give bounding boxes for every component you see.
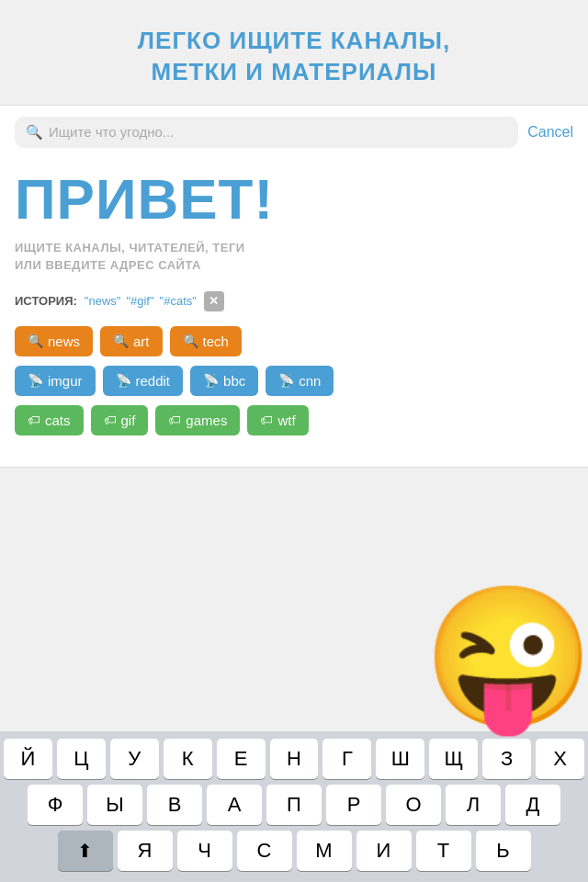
search-bar-row: 🔍 Ищите что угодно... Cancel [15, 117, 573, 148]
clear-icon: ✕ [209, 295, 219, 307]
privet-subtitle: ИЩИТЕ КАНАЛЫ, ЧИТАТЕЛЕЙ, ТЕГИИЛИ ВВЕДИТЕ… [15, 239, 573, 275]
key-Л[interactable]: Л [446, 785, 501, 825]
antenna-chip-icon: 📡 [28, 373, 43, 388]
key-Ц[interactable]: Ц [57, 739, 106, 779]
blue-chip-cnn[interactable]: 📡cnn [266, 366, 334, 396]
search-panel: 🔍 Ищите что угодно... Cancel ПРИВЕТ! ИЩИ… [0, 105, 588, 468]
key-О[interactable]: О [386, 785, 441, 825]
keyboard-row-2: ФЫВАПРОЛД [4, 785, 584, 825]
search-chip-icon: 🔍 [183, 334, 198, 348]
keyboard-row-1: ЙЦУКЕНГШЩЗХ [4, 739, 584, 779]
blue-chip-imgur[interactable]: 📡imgur [15, 366, 96, 396]
search-chip-icon: 🔍 [28, 334, 43, 348]
key-М[interactable]: М [297, 831, 352, 871]
blue-chip-reddit[interactable]: 📡reddit [103, 366, 184, 396]
blue-chip-bbc[interactable]: 📡bbc [190, 366, 258, 396]
header-title: ЛЕГКО ИЩИТЕ КАНАЛЫ,МЕТКИ И МАТЕРИАЛЫ [37, 26, 551, 88]
tag-chip-icon: 🏷 [260, 413, 273, 427]
search-placeholder: Ищите что угодно... [49, 124, 174, 140]
privet-title: ПРИВЕТ! [15, 166, 573, 232]
key-С[interactable]: С [237, 831, 292, 871]
key-Д[interactable]: Д [505, 785, 560, 825]
key-П[interactable]: П [266, 785, 322, 825]
key-Я[interactable]: Я [118, 831, 173, 871]
key-З[interactable]: З [482, 739, 531, 779]
search-icon: 🔍 [26, 124, 43, 141]
history-row: ИСТОРИЯ: "news" "#gif" "#cats" ✕ [15, 291, 573, 311]
antenna-chip-icon: 📡 [203, 373, 219, 388]
key-Р[interactable]: Р [326, 785, 381, 825]
key-Н[interactable]: Н [270, 739, 319, 779]
keyboard-row-3: ⬆ ЯЧСМИТЬ [4, 831, 584, 871]
key-И[interactable]: И [356, 831, 412, 871]
search-chip-icon: 🔍 [113, 334, 129, 348]
key-Ф[interactable]: Ф [28, 785, 83, 825]
key-Х[interactable]: Х [536, 739, 584, 779]
green-chip-gif[interactable]: 🏷gif [91, 405, 149, 435]
key-Щ[interactable]: Щ [429, 739, 478, 779]
history-tag-1[interactable]: "news" [85, 294, 121, 308]
orange-chips-row: 🔍news🔍art🔍tech [15, 326, 573, 356]
search-input-wrap[interactable]: 🔍 Ищите что угодно... [15, 117, 518, 148]
tag-chip-icon: 🏷 [28, 413, 40, 427]
blue-chips-row: 📡imgur📡reddit📡bbc📡cnn [15, 366, 573, 396]
key-В[interactable]: В [147, 785, 202, 825]
history-clear-button[interactable]: ✕ [204, 291, 224, 311]
tag-chip-icon: 🏷 [104, 413, 117, 427]
keyboard: ЙЦУКЕНГШЩЗХ ФЫВАПРОЛД ⬆ ЯЧСМИТЬ [0, 731, 588, 882]
key-У[interactable]: У [110, 739, 159, 779]
green-chip-games[interactable]: 🏷games [155, 405, 240, 435]
top-header: ЛЕГКО ИЩИТЕ КАНАЛЫ,МЕТКИ И МАТЕРИАЛЫ [0, 0, 588, 105]
key-Г[interactable]: Г [322, 739, 371, 779]
emoji-decoration: 😜 [423, 588, 588, 753]
key-Ш[interactable]: Ш [376, 739, 424, 779]
orange-chip-tech[interactable]: 🔍tech [170, 326, 242, 356]
tag-chip-icon: 🏷 [168, 413, 181, 427]
antenna-chip-icon: 📡 [116, 373, 131, 388]
orange-chip-art[interactable]: 🔍art [100, 326, 163, 356]
history-label: ИСТОРИЯ: [15, 294, 77, 308]
green-chips-row: 🏷cats🏷gif🏷games🏷wtf [15, 405, 573, 435]
antenna-chip-icon: 📡 [278, 373, 294, 388]
key-А[interactable]: А [207, 785, 262, 825]
key-Ь[interactable]: Ь [476, 831, 531, 871]
green-chip-cats[interactable]: 🏷cats [15, 405, 84, 435]
key-Е[interactable]: Е [217, 739, 266, 779]
key-Й[interactable]: Й [4, 739, 52, 779]
cancel-button[interactable]: Cancel [527, 124, 573, 141]
shift-key[interactable]: ⬆ [58, 831, 113, 871]
history-tag-2[interactable]: "#gif" [126, 294, 153, 308]
key-К[interactable]: К [164, 739, 212, 779]
key-Ч[interactable]: Ч [177, 831, 232, 871]
history-tag-3[interactable]: "#cats" [160, 294, 197, 308]
key-Т[interactable]: Т [416, 831, 471, 871]
key-Ы[interactable]: Ы [87, 785, 142, 825]
orange-chip-news[interactable]: 🔍news [15, 326, 93, 356]
green-chip-wtf[interactable]: 🏷wtf [247, 405, 308, 435]
